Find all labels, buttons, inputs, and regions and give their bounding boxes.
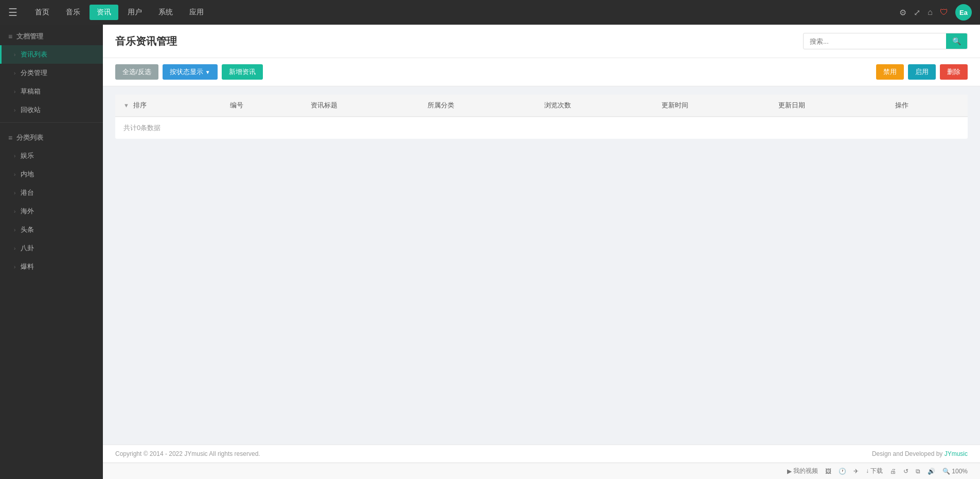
sidebar-section-doc-management: ≡ 文档管理 [0,25,103,45]
sidebar-item-trash-label: 回收站 [21,105,41,115]
total-row: 共计0条数据 [115,117,968,139]
disable-button[interactable]: 禁用 [876,64,904,80]
sidebar-item-expose-label: 爆料 [21,262,34,271]
col-sort[interactable]: ▼ 排序 [115,95,222,117]
footer-dev-brand-link[interactable]: JYmusic [945,450,968,457]
nav-item-apps[interactable]: 应用 [182,5,211,20]
toolbar: 全选/反选 按状态显示 ▼ 新增资讯 禁用 启用 删除 [103,58,980,86]
delete-button[interactable]: 删除 [940,64,968,80]
sidebar-item-mainland-label: 内地 [21,170,34,179]
sidebar-item-entertainment-label: 娱乐 [21,151,34,160]
sort-icon: ▼ [123,102,129,108]
top-nav: ☰ 首页 音乐 资讯 用户 系统 应用 ⚙ ⤢ ⌂ 🛡 Ea [0,0,980,25]
table-container: ▼ 排序 编号 资讯标题 所属分类 浏览次数 更新时间 更新日期 操作 [115,95,968,139]
chevron-icon: › [14,70,15,76]
sidebar-item-overseas[interactable]: › 海外 [0,202,103,220]
col-id: 编号 [222,95,302,117]
chevron-icon: › [14,89,15,95]
sidebar-item-expose[interactable]: › 爆料 [0,257,103,276]
sidebar-item-headline[interactable]: › 头条 [0,220,103,239]
copy-icon-btn[interactable]: ⧉ [916,468,920,475]
status-display-label: 按状态显示 [170,67,203,77]
footer: Copyright © 2014 - 2022 JYmusic All righ… [103,445,980,463]
category-list-icon: ≡ [8,134,12,142]
chevron-icon: › [14,264,15,270]
chevron-icon: › [14,172,15,177]
my-video-link[interactable]: ▶ 我的视频 [787,467,818,475]
select-all-button[interactable]: 全选/反选 [115,64,158,80]
download-label[interactable]: ↓ 下载 [866,467,883,475]
sidebar-item-entertainment[interactable]: › 娱乐 [0,146,103,165]
sidebar-item-mainland[interactable]: › 内地 [0,165,103,183]
sidebar-item-gossip[interactable]: › 八卦 [0,239,103,257]
print-icon-btn[interactable]: 🖨 [890,468,896,475]
sidebar-item-news-list-label: 资讯列表 [21,50,47,59]
chevron-icon: › [14,190,15,196]
nav-item-users[interactable]: 用户 [120,5,149,20]
page-header: 音乐资讯管理 🔍 [103,25,980,58]
sidebar-item-category-manage-label: 分类管理 [21,68,47,78]
sidebar-divider [0,122,103,123]
search-input[interactable] [804,34,946,48]
sidebar-item-overseas-label: 海外 [21,207,34,216]
doc-management-icon: ≡ [8,32,12,41]
col-update-date: 更新日期 [770,95,887,117]
col-category: 所属分类 [419,95,536,117]
content-area: 音乐资讯管理 🔍 全选/反选 按状态显示 ▼ 新增资讯 禁用 启用 删除 [103,25,980,479]
chevron-icon: › [14,107,15,113]
toolbar-right: 禁用 启用 删除 [876,64,968,80]
sidebar-section-category-list: ≡ 分类列表 [0,126,103,146]
zoom-btn[interactable]: 🔍 100% [942,468,968,475]
chevron-icon: › [14,52,15,58]
add-news-button[interactable]: 新增资讯 [222,64,263,80]
sidebar-item-draft[interactable]: › 草稿箱 [0,82,103,101]
sidebar-section-doc-label: 文档管理 [16,32,43,41]
volume-icon-btn[interactable]: 🔊 [928,468,935,475]
sidebar-item-headline-label: 头条 [21,225,34,234]
search-box: 🔍 [803,33,968,49]
sidebar-item-trash[interactable]: › 回收站 [0,101,103,119]
status-display-button[interactable]: 按状态显示 ▼ [163,64,218,80]
nav-item-music[interactable]: 音乐 [59,5,87,20]
shield-icon[interactable]: 🛡 [940,8,948,17]
nav-items: 首页 音乐 资讯 用户 系统 应用 [28,5,211,20]
send-icon-btn[interactable]: ✈ [853,468,859,475]
dropdown-arrow-icon: ▼ [205,69,210,75]
footer-copyright: Copyright © 2014 - 2022 JYmusic All righ… [115,450,260,457]
sidebar-section-category-label: 分类列表 [16,133,43,142]
status-bar: ▶ 我的视频 🖼 🕐 ✈ ↓ 下载 🖨 ↺ ⧉ 🔊 🔍 100% [103,463,980,479]
search-button[interactable]: 🔍 [946,33,967,49]
expand-icon[interactable]: ⤢ [914,8,920,17]
nav-item-system[interactable]: 系统 [151,5,180,20]
hamburger-icon[interactable]: ☰ [8,6,17,19]
col-views: 浏览次数 [536,95,653,117]
sidebar-item-hktw[interactable]: › 港台 [0,183,103,202]
sidebar-item-draft-label: 草稿箱 [21,87,41,96]
clock-icon-btn[interactable]: 🕐 [839,468,846,475]
chevron-icon: › [14,246,15,251]
toolbar-left: 全选/反选 按状态显示 ▼ 新增资讯 [115,64,263,80]
sidebar-item-news-list[interactable]: › 资讯列表 [0,45,103,64]
settings-icon[interactable]: ⚙ [899,8,906,17]
sidebar-item-category-manage[interactable]: › 分类管理 [0,64,103,82]
col-title: 资讯标题 [302,95,419,117]
enable-button[interactable]: 启用 [908,64,936,80]
photo-icon-btn[interactable]: 🖼 [825,468,831,475]
main-layout: ≡ 文档管理 › 资讯列表 › 分类管理 › 草稿箱 › 回收站 ≡ 分类列表 … [0,25,980,479]
home-icon[interactable]: ⌂ [928,8,933,17]
refresh-icon-btn[interactable]: ↺ [903,468,908,475]
avatar[interactable]: Ea [955,4,972,21]
table-header: ▼ 排序 编号 资讯标题 所属分类 浏览次数 更新时间 更新日期 操作 [115,95,968,117]
chevron-icon: › [14,209,15,214]
table-area: ▼ 排序 编号 资讯标题 所属分类 浏览次数 更新时间 更新日期 操作 [103,86,980,445]
nav-item-news[interactable]: 资讯 [90,5,118,20]
sidebar-item-gossip-label: 八卦 [21,244,34,253]
col-update-time: 更新时间 [653,95,770,117]
chevron-icon: › [14,153,15,159]
video-icon: ▶ [787,468,792,475]
page-title: 音乐资讯管理 [115,34,177,48]
chevron-icon: › [14,227,15,233]
nav-item-home[interactable]: 首页 [28,5,57,20]
data-table: ▼ 排序 编号 资讯标题 所属分类 浏览次数 更新时间 更新日期 操作 [115,95,968,117]
right-icons: ⚙ ⤢ ⌂ 🛡 Ea [899,4,972,21]
